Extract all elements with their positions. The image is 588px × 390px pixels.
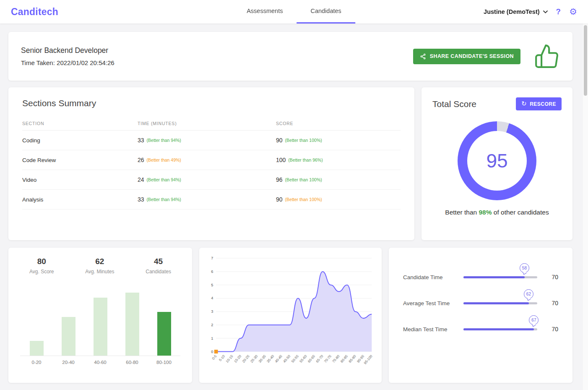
section-time-cell: 33(Better than 94%): [138, 190, 276, 209]
svg-text:70-75: 70-75: [323, 354, 333, 364]
time-comparison-card: Candidate Time 58 70 Average Test Time 6…: [389, 248, 572, 383]
svg-text:6: 6: [211, 270, 213, 274]
share-session-label: SHARE CANDIDATE'S SESSION: [430, 53, 514, 59]
slider-value-badge: 62: [524, 289, 533, 299]
slider-max-label: 70: [544, 300, 558, 306]
svg-text:40-45: 40-45: [274, 354, 283, 364]
slider-max-label: 70: [544, 326, 558, 332]
better-prefix: Better than: [445, 209, 479, 216]
tab-candidates[interactable]: Candidates: [297, 0, 355, 24]
time-slider[interactable]: 67: [463, 328, 537, 330]
total-score-ring: 95: [458, 121, 536, 200]
bar-category-label: 60-80: [120, 360, 144, 365]
candidate-marker: [214, 350, 218, 353]
svg-text:20-25: 20-25: [241, 354, 250, 364]
bar-col: [152, 293, 176, 356]
section-name-cell: Analysis: [22, 190, 138, 209]
svg-text:35-40: 35-40: [266, 354, 275, 364]
app-logo[interactable]: Canditech: [11, 6, 58, 18]
sections-table: SectionTime (Minutes)ScoreCoding33(Bette…: [22, 118, 401, 209]
score-distribution-labels: 0-2020-4040-6060-8080-100: [20, 360, 180, 365]
section-name-cell: Video: [22, 170, 138, 190]
svg-text:3: 3: [211, 309, 213, 314]
section-score-cell: 100(Better than 96%): [276, 150, 401, 170]
score-distribution-bars: [20, 293, 180, 356]
slider-max-label: 70: [544, 274, 558, 280]
bar-category-label: 40-60: [88, 360, 112, 365]
svg-text:85-90: 85-90: [348, 354, 357, 364]
share-session-button[interactable]: SHARE CANDIDATE'S SESSION: [413, 49, 520, 64]
session-time-taken: Time Taken: 2022/01/02 20:54:26: [21, 59, 114, 66]
time-slider-row: Median Test Time 67 70: [403, 326, 558, 332]
svg-text:80-85: 80-85: [340, 354, 349, 364]
slider-value-badge: 67: [529, 315, 539, 325]
thumbs-up-icon: [534, 43, 560, 69]
time-comparison-rows: Candidate Time 58 70 Average Test Time 6…: [403, 274, 558, 332]
bar-col: [120, 293, 144, 356]
column-header: Section: [22, 118, 138, 131]
time-slider[interactable]: 58: [463, 276, 537, 278]
bar-col: [88, 293, 112, 356]
user-menu[interactable]: Justine (DemoTest): [484, 8, 547, 15]
svg-text:50-55: 50-55: [291, 354, 300, 364]
better-suffix: of other candidates: [492, 209, 549, 216]
section-time-cell: 26(Better than 49%): [138, 150, 276, 170]
slider-value-badge: 58: [520, 263, 529, 273]
stat-avg-score: 80Avg. Score: [29, 257, 54, 275]
tab-assessments[interactable]: Assessments: [233, 0, 297, 24]
svg-text:65-70: 65-70: [315, 354, 324, 364]
time-slider[interactable]: 62: [463, 302, 537, 304]
help-icon[interactable]: ?: [556, 7, 561, 16]
svg-text:7: 7: [211, 256, 213, 260]
header-right: Justine (DemoTest) ? ⚙: [484, 7, 577, 16]
section-name-cell: Code Review: [22, 150, 138, 170]
column-header: Time (Minutes): [138, 118, 276, 131]
user-name: Justine (DemoTest): [484, 8, 539, 15]
better-than-percent: 98%: [479, 209, 492, 216]
svg-text:45-50: 45-50: [282, 354, 291, 364]
session-card: Senior Backend Developer Time Taken: 202…: [8, 32, 572, 81]
section-score-cell: 90(Better than 100%): [276, 190, 401, 209]
svg-text:5: 5: [211, 283, 213, 287]
slider-label: Median Test Time: [403, 326, 457, 332]
session-actions: SHARE CANDIDATE'S SESSION: [413, 43, 560, 69]
bar-40-60: [94, 298, 107, 356]
slider-fill: [463, 328, 534, 330]
main-tabs: AssessmentsCandidates: [233, 0, 355, 24]
svg-text:55-60: 55-60: [299, 354, 308, 364]
svg-text:10-15: 10-15: [225, 354, 234, 364]
bar-0-20: [30, 341, 44, 356]
svg-text:0: 0: [211, 349, 213, 353]
bar-category-label: 0-20: [24, 360, 49, 365]
scrollbar-thumb[interactable]: [584, 25, 587, 96]
time-slider-row: Candidate Time 58 70: [403, 274, 558, 280]
slider-label: Average Test Time: [403, 300, 457, 306]
stat-avg-minutes: 62Avg. Minutes: [85, 257, 114, 275]
bar-20-40: [62, 317, 75, 356]
slider-fill: [463, 276, 525, 278]
sections-summary-card: Sections Summary SectionTime (Minutes)Sc…: [8, 87, 414, 240]
chevron-down-icon: [543, 10, 548, 13]
section-time-cell: 33(Better than 94%): [138, 131, 276, 150]
page-scrollbar[interactable]: [583, 24, 588, 390]
section-score-cell: 96(Better than 100%): [276, 170, 401, 190]
bar-category-label: 80-100: [152, 360, 176, 365]
settings-gear-icon[interactable]: ⚙: [569, 8, 577, 16]
rescore-button[interactable]: ↻ RESCORE: [516, 97, 562, 110]
slider-fill: [463, 302, 529, 304]
svg-text:60-65: 60-65: [307, 354, 316, 364]
time-slider-row: Average Test Time 62 70: [403, 300, 558, 306]
session-title: Senior Backend Developer: [21, 46, 114, 55]
svg-text:0-5: 0-5: [211, 354, 217, 361]
bar-col: [56, 293, 81, 356]
share-icon: [420, 53, 426, 60]
total-score-title: Total Score: [432, 99, 476, 109]
rescore-label: RESCORE: [530, 101, 556, 107]
section-score-cell: 90(Better than 100%): [276, 131, 401, 150]
svg-text:25-30: 25-30: [250, 354, 259, 364]
time-distribution-chart: 012345670-55-1010-1515-2020-2525-3030-35…: [205, 252, 376, 379]
column-header: Score: [276, 118, 401, 131]
overview-stats: 80Avg. Score 62Avg. Minutes 45Candidates: [20, 257, 180, 275]
main-content: Senior Backend Developer Time Taken: 202…: [0, 24, 588, 383]
svg-text:30-35: 30-35: [258, 354, 267, 364]
